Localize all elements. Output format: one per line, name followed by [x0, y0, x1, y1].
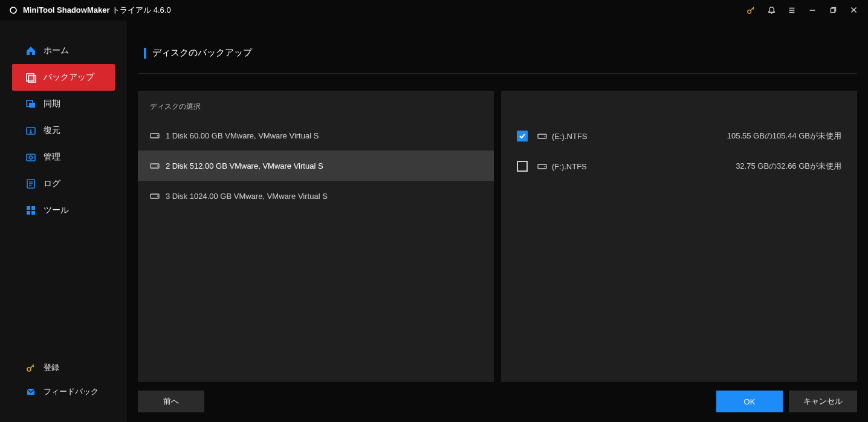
svg-rect-24 [27, 389, 34, 395]
svg-point-26 [157, 135, 158, 137]
app-title: MiniTool ShadowMaker トライアル 4.6.0 [23, 5, 171, 16]
svg-rect-20 [31, 206, 35, 210]
sidebar: ホームバックアップ同期復元管理ログツール 登録フィードバック [0, 21, 127, 422]
partition-checkbox[interactable] [517, 161, 528, 172]
page-header: ディスクのバックアップ [144, 47, 857, 59]
sidebar-item-feedback[interactable]: フィードバック [12, 380, 115, 404]
content-area: ディスクのバックアップ ディスクの選択 1 Disk 60.00 GB VMwa… [127, 21, 868, 422]
tools-icon [25, 205, 36, 216]
svg-point-23 [27, 368, 31, 371]
key-icon[interactable] [742, 2, 759, 19]
hard-disk-icon [150, 132, 160, 139]
disk-row[interactable]: 2 Disk 512.00 GB VMware, VMware Virtual … [138, 151, 494, 181]
sidebar-item-register[interactable]: 登録 [12, 355, 115, 380]
svg-point-28 [157, 166, 158, 167]
sidebar-item-sync[interactable]: 同期 [12, 91, 115, 117]
sidebar-item-restore[interactable]: 復元 [12, 117, 115, 144]
sidebar-item-label: 登録 [44, 362, 59, 373]
hard-disk-icon [150, 162, 160, 169]
ok-button[interactable]: OK [716, 391, 783, 412]
disk-label: 3 Disk 1024.00 GB VMware, VMware Virtual… [166, 192, 328, 201]
cancel-button[interactable]: キャンセル [789, 391, 857, 412]
maximize-button[interactable] [824, 2, 841, 19]
svg-point-30 [157, 196, 158, 197]
menu-icon[interactable] [783, 2, 800, 19]
svg-point-14 [30, 156, 33, 159]
svg-rect-11 [29, 103, 35, 108]
header-accent-bar [144, 48, 146, 59]
svg-point-32 [545, 136, 546, 137]
partition-status: 32.75 GBの32.66 GBが未使用 [736, 161, 841, 172]
back-button[interactable]: 前へ [138, 391, 204, 412]
partition-label: (F:).NTFS [552, 162, 587, 171]
disk-list-panel: ディスクの選択 1 Disk 60.00 GB VMware, VMware V… [138, 91, 494, 382]
sidebar-item-label: 管理 [44, 152, 60, 163]
hard-disk-icon [537, 163, 547, 170]
svg-rect-19 [27, 206, 30, 210]
restore-icon [25, 125, 36, 136]
hard-disk-icon [537, 132, 547, 140]
svg-point-34 [545, 166, 546, 167]
partition-checkbox[interactable] [517, 131, 528, 141]
home-icon [25, 45, 36, 56]
feedback-icon [25, 386, 36, 397]
sidebar-item-log[interactable]: ログ [12, 170, 115, 197]
hard-disk-icon [150, 192, 160, 200]
svg-point-0 [747, 10, 751, 14]
header-divider [138, 73, 857, 74]
disk-label: 1 Disk 60.00 GB VMware, VMware Virtual S [166, 131, 319, 140]
manage-icon [25, 152, 36, 163]
app-title-rest: トライアル 4.6.0 [110, 5, 171, 15]
sidebar-item-label: ホーム [44, 45, 69, 56]
svg-rect-9 [28, 76, 36, 83]
partition-row[interactable]: (E:).NTFS105.55 GBの105.44 GBが未使用 [501, 121, 857, 151]
sidebar-item-manage[interactable]: 管理 [12, 144, 115, 170]
partition-row[interactable]: (F:).NTFS32.75 GBの32.66 GBが未使用 [501, 151, 857, 181]
footer-bar: 前へ OK キャンセル [138, 391, 857, 415]
sidebar-item-label: 同期 [44, 99, 60, 109]
backup-icon [25, 72, 36, 83]
sidebar-item-label: ログ [44, 178, 60, 189]
sidebar-item-backup[interactable]: バックアップ [12, 64, 115, 91]
app-logo-icon [8, 5, 18, 15]
close-button[interactable] [845, 2, 862, 19]
disk-list-header: ディスクの選択 [138, 91, 494, 120]
sidebar-item-tools[interactable]: ツール [12, 197, 115, 224]
register-icon [25, 362, 36, 373]
sidebar-item-home[interactable]: ホーム [12, 37, 115, 64]
disk-label: 2 Disk 512.00 GB VMware, VMware Virtual … [166, 161, 323, 170]
partition-label: (E:).NTFS [552, 132, 588, 141]
sidebar-item-label: 復元 [44, 125, 60, 136]
app-title-bold: MiniTool ShadowMaker [23, 5, 110, 15]
log-icon [25, 178, 36, 189]
sync-icon [25, 99, 36, 109]
svg-rect-22 [31, 211, 35, 215]
svg-rect-21 [27, 211, 30, 215]
partition-list-panel: (E:).NTFS105.55 GBの105.44 GBが未使用(F:).NTF… [501, 91, 857, 382]
minimize-button[interactable] [804, 2, 821, 19]
sidebar-item-label: ツール [44, 205, 69, 216]
sidebar-item-label: フィードバック [44, 386, 99, 397]
page-title: ディスクのバックアップ [152, 47, 252, 59]
svg-rect-5 [831, 8, 835, 13]
notification-icon[interactable] [763, 2, 780, 19]
title-bar: MiniTool ShadowMaker トライアル 4.6.0 [0, 0, 868, 21]
sidebar-item-label: バックアップ [44, 72, 94, 83]
disk-row[interactable]: 3 Disk 1024.00 GB VMware, VMware Virtual… [138, 181, 494, 211]
partition-status: 105.55 GBの105.44 GBが未使用 [727, 131, 841, 141]
disk-row[interactable]: 1 Disk 60.00 GB VMware, VMware Virtual S [138, 120, 494, 151]
